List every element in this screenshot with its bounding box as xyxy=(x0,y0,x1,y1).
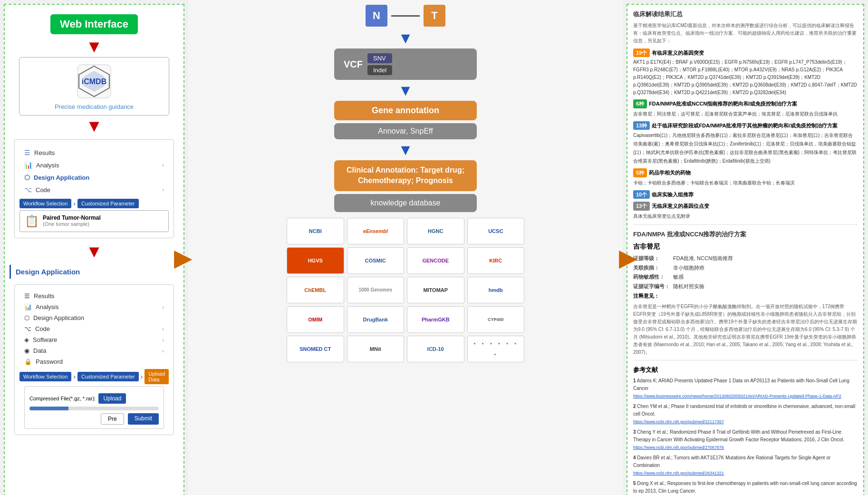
data-icon: ◉ xyxy=(24,347,29,354)
design2-icon: ⬡ xyxy=(24,314,29,321)
nav-analysis-2[interactable]: 📊 Analysis › xyxy=(19,301,169,312)
nt-header: N T xyxy=(366,5,445,27)
code-arrow: › xyxy=(162,187,164,193)
drug-detail-label: 证据等级： xyxy=(633,254,671,262)
arrow-down-c3: ▼ xyxy=(398,142,413,157)
upload-data-btn[interactable]: Upload Data xyxy=(145,369,169,384)
section4-header: 5种 药品学相关的药物 xyxy=(633,168,858,177)
nav-password[interactable]: 🔒 Password xyxy=(19,356,169,367)
clinical-box: Clinical Annotation: Target drug; Chemot… xyxy=(334,160,477,191)
ref-item: 3 Cheng Y et al.; Randomized Phase II Tr… xyxy=(633,428,858,451)
right-content: 临床解读结果汇总 基于精准医学知识库iCMD最新信息，对本次样本的测序数据进行综… xyxy=(633,10,858,495)
nav-code[interactable]: ⌥ Code › xyxy=(19,184,169,196)
ref-item: 1 Adams K; ARIAD Presents Updated Phase … xyxy=(633,377,858,400)
progress-fill xyxy=(29,407,68,410)
ref-list: 1 Adams K; ARIAD Presents Updated Phase … xyxy=(633,377,858,495)
annovar-box: Annovar, SnpEff xyxy=(334,123,477,139)
gene-annotation-box: Gene annotation xyxy=(334,101,477,120)
ref-item: 2 Chen YM et al.; Phase II randomized tr… xyxy=(633,403,858,426)
db-item: OMIM xyxy=(287,306,344,333)
ref-item: 4 Davies BR et al.; Tumors with AKT1E17K… xyxy=(633,454,858,477)
ref-num: 3 xyxy=(633,429,636,435)
code2-arrow: › xyxy=(162,326,164,332)
drug-detail-value: FDA批准, NCCN指南推荐 xyxy=(673,254,733,262)
drug-detail-label: 关联疾病： xyxy=(633,264,671,272)
results2-icon: ☰ xyxy=(24,292,30,300)
orange-arrow-right: ▶ xyxy=(619,244,637,272)
ref-link[interactable]: https://www.ncbi.nlm.nih.gov/pubmed/2211… xyxy=(633,419,724,424)
customized-param-btn[interactable]: Customized Parameter xyxy=(77,199,139,208)
web-interface-badge: Web Interface xyxy=(50,14,138,34)
badge-10: 10个 xyxy=(633,190,650,199)
workflow-selection-btn-2[interactable]: Workflow Selection xyxy=(19,372,71,381)
drug-detail-value: 敏感 xyxy=(673,273,684,281)
data-arrow: › xyxy=(162,348,164,354)
nav-design-2[interactable]: ⬡ Design Application xyxy=(19,312,169,323)
ref-link[interactable]: https://www.businesswire.com/news/home/2… xyxy=(633,394,841,398)
drug-detail-row: 证据等级：FDA批准, NCCN指南推荐 xyxy=(633,254,858,262)
section5-title: 临床实验入组推荐 xyxy=(652,191,694,199)
icmdb-box: iCMDB Precise medication guidance xyxy=(19,57,169,116)
snv-tag: SNV xyxy=(367,53,392,63)
paired-icon: 📋 xyxy=(25,214,39,228)
ref-num: 2 xyxy=(633,404,636,409)
nav-analysis[interactable]: 📊 Analysis › xyxy=(19,159,169,171)
file-input-row: Compressed File(*.gz, *.rar): Upload xyxy=(29,393,159,404)
analysis2-icon: 📊 xyxy=(24,303,32,311)
data-label: Data xyxy=(33,347,46,354)
file-input-label: Compressed File(*.gz, *.rar): xyxy=(29,396,96,401)
rp-title: 临床解读结果汇总 xyxy=(633,10,858,19)
db-item: MITOMAP xyxy=(407,277,464,303)
nav-software[interactable]: ◈ Software › xyxy=(19,334,169,345)
nav-code-2[interactable]: ⌥ Code › xyxy=(19,323,169,334)
ref-link[interactable]: https://www.ncbi.nlm.nih.gov/pubmed/2706… xyxy=(633,445,724,450)
software-icon: ◈ xyxy=(24,336,29,343)
db-item: PharmGKB xyxy=(407,306,464,333)
db-item: CYP450 xyxy=(467,306,525,333)
section3-title: 处于临床研究阶段或FDA/NMPA批准用于其他肿瘤的靶向和/或免疫控制治疗方案 xyxy=(652,122,837,130)
gene-list: AKT1 p.E17K(E4)；BRAF p.V600D(E15)；EGFR p… xyxy=(633,58,858,97)
design-icon: ⬡ xyxy=(24,174,30,181)
nav-design-app[interactable]: ⬡ Design Application xyxy=(19,171,169,184)
section4-text: 卡铂；卡铂联合多西他赛；卡铂联合长春瑞滨；培美曲塞联合卡铂；长春瑞滨 xyxy=(633,179,858,187)
pre-button[interactable]: Pre xyxy=(101,413,124,425)
workflow-selection-btn[interactable]: Workflow Selection xyxy=(19,199,71,208)
upload-button[interactable]: Upload xyxy=(98,393,126,404)
drug-detail-rows: 证据等级：FDA批准, NCCN指南推荐关联疾病：非小细胞肺癌药物敏感性：敏感证… xyxy=(633,254,858,290)
db-item: eEnsembl xyxy=(347,218,405,244)
svg-text:iCMDB: iCMDB xyxy=(82,78,106,86)
section1-header: 19个 有临床意义的基因突变 xyxy=(633,49,858,58)
nav-results-label: Results xyxy=(34,149,55,156)
customized-param-btn-2[interactable]: Customized Parameter xyxy=(77,372,139,381)
submit-button[interactable]: Submit xyxy=(128,413,159,425)
workflow-bar-1: Workflow Selection › Customized Paramete… xyxy=(19,199,169,208)
drug-detail-value: 非小细胞肺癌 xyxy=(673,264,704,272)
ref-item: 5 Dong X et al.; Responses to first-line… xyxy=(633,480,858,495)
drug-name: 吉非替尼 xyxy=(633,242,858,252)
badge-13: 13种 xyxy=(633,121,650,130)
nav-results[interactable]: ☰ Results xyxy=(19,146,169,159)
ref-link[interactable]: https://www.ncbi.nlm.nih.gov/pubmed/2634… xyxy=(633,471,724,476)
upload-section: Compressed File(*.gz, *.rar): Upload Pre… xyxy=(24,386,164,429)
wf-arrow: › xyxy=(73,200,76,207)
right-panel: 临床解读结果汇总 基于精准医学知识库iCMD最新信息，对本次样本的测序数据进行综… xyxy=(627,4,864,495)
db-item: hmdb xyxy=(467,277,525,303)
section1-title: 有临床意义的基因突变 xyxy=(652,49,704,57)
bottom-nav-section: ☰ Results 📊 Analysis › ⬡ Design Applicat… xyxy=(14,284,174,435)
db-item: GENCODE xyxy=(407,247,464,274)
password-icon: 🔒 xyxy=(24,358,32,365)
results-icon: ☰ xyxy=(24,149,30,156)
section3-text: Capivasertib(口)；凡他他尼联合多西他赛(口)；索拉非尼联合厄洛替尼… xyxy=(633,131,858,165)
software-arrow: › xyxy=(162,337,164,343)
nav-data[interactable]: ◉ Data › xyxy=(19,345,169,356)
top-nav: ☰ Results 📊 Analysis › ⬡ Design Applicat… xyxy=(19,146,169,196)
drug-note-label: 注释意见： xyxy=(633,292,858,300)
arrow-down-c2: ▼ xyxy=(398,83,413,98)
section5-header: 10个 临床实验入组推荐 xyxy=(633,190,858,199)
paired-label: Paired Tumor-Normal xyxy=(43,214,101,221)
wf-arrow-3: › xyxy=(141,373,143,380)
bottom-nav: ☰ Results 📊 Analysis › ⬡ Design Applicat… xyxy=(19,291,169,367)
nav-results-2[interactable]: ☰ Results xyxy=(19,291,169,301)
ref-title: 参考文献 xyxy=(633,365,858,375)
password-label: Password xyxy=(36,358,63,365)
